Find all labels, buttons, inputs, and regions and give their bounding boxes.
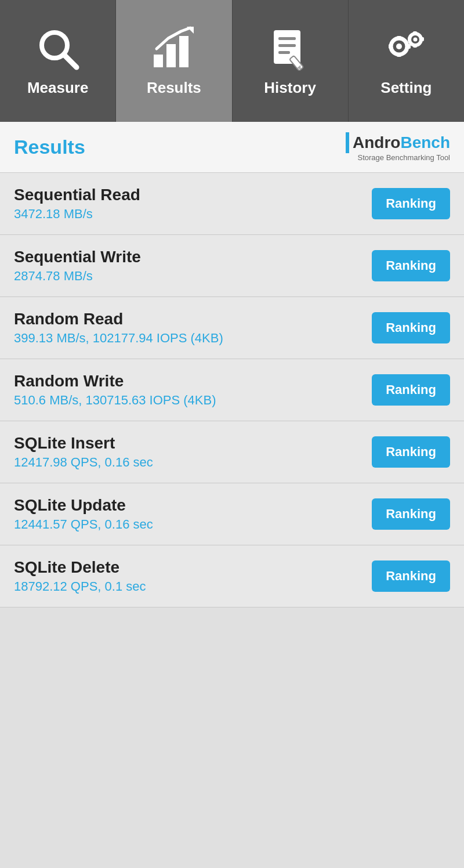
result-info: SQLite Update 12441.57 QPS, 0.16 sec [14, 496, 153, 532]
result-item: Sequential Write 2874.78 MB/s Ranking [0, 235, 464, 297]
result-info: Random Read 399.13 MB/s, 102177.94 IOPS … [14, 310, 223, 346]
svg-rect-22 [408, 37, 411, 41]
result-value: 12441.57 QPS, 0.16 sec [14, 517, 153, 532]
ranking-button[interactable]: Ranking [372, 312, 450, 343]
svg-rect-9 [278, 51, 290, 54]
result-value: 510.6 MB/s, 130715.63 IOPS (4KB) [14, 393, 216, 408]
svg-point-15 [414, 37, 418, 41]
svg-rect-8 [278, 44, 296, 47]
result-item: SQLite Insert 12417.98 QPS, 0.16 sec Ran… [0, 421, 464, 483]
svg-rect-23 [421, 37, 424, 41]
nav-label-setting: Setting [380, 79, 432, 97]
ranking-button[interactable]: Ranking [372, 374, 450, 406]
result-info: Sequential Write 2874.78 MB/s [14, 248, 141, 284]
result-value: 12417.98 QPS, 0.16 sec [14, 455, 153, 470]
page-header: Results AndroBench Storage Benchmarking … [0, 122, 464, 173]
result-value: 2874.78 MB/s [14, 269, 141, 284]
svg-rect-19 [407, 44, 411, 49]
result-info: SQLite Delete 18792.12 QPS, 0.1 sec [14, 558, 146, 594]
result-name: SQLite Delete [14, 558, 146, 577]
svg-point-13 [396, 44, 402, 49]
result-info: Random Write 510.6 MB/s, 130715.63 IOPS … [14, 372, 216, 408]
svg-rect-21 [413, 45, 417, 48]
brand-name: AndroBench [353, 133, 450, 152]
nav-label-results: Results [147, 79, 201, 97]
nav-item-measure[interactable]: Measure [0, 0, 116, 122]
ranking-button[interactable]: Ranking [372, 498, 450, 530]
result-item: Sequential Read 3472.18 MB/s Ranking [0, 173, 464, 235]
svg-rect-3 [166, 44, 176, 67]
result-name: Sequential Read [14, 186, 140, 204]
result-value: 3472.18 MB/s [14, 207, 140, 222]
nav-label-measure: Measure [27, 79, 89, 97]
result-item: Random Write 510.6 MB/s, 130715.63 IOPS … [0, 359, 464, 421]
result-item: SQLite Update 12441.57 QPS, 0.16 sec Ran… [0, 483, 464, 545]
result-name: Sequential Write [14, 248, 141, 266]
ranking-button[interactable]: Ranking [372, 560, 450, 592]
result-value: 399.13 MB/s, 102177.94 IOPS (4KB) [14, 331, 223, 346]
nav-label-history: History [264, 79, 316, 97]
nav-item-setting[interactable]: Setting [349, 0, 464, 122]
results-list: Sequential Read 3472.18 MB/s Ranking Seq… [0, 173, 464, 607]
svg-rect-18 [389, 44, 392, 49]
history-icon [267, 26, 313, 72]
ranking-button[interactable]: Ranking [372, 436, 450, 468]
result-name: SQLite Insert [14, 434, 153, 453]
result-info: Sequential Read 3472.18 MB/s [14, 186, 140, 222]
brand-accent [346, 132, 349, 153]
page-title: Results [14, 136, 85, 158]
brand-logo: AndroBench Storage Benchmarking Tool [346, 132, 450, 162]
result-name: Random Read [14, 310, 223, 328]
result-info: SQLite Insert 12417.98 QPS, 0.16 sec [14, 434, 153, 470]
svg-rect-16 [397, 36, 401, 39]
result-value: 18792.12 QPS, 0.1 sec [14, 579, 146, 594]
measure-icon [35, 26, 81, 72]
nav-item-history[interactable]: History [233, 0, 349, 122]
results-icon [151, 26, 197, 72]
result-name: SQLite Update [14, 496, 153, 515]
svg-line-1 [64, 55, 77, 67]
result-item: Random Read 399.13 MB/s, 102177.94 IOPS … [0, 297, 464, 359]
brand-name-part1: Andro [353, 133, 400, 151]
svg-rect-20 [413, 31, 417, 34]
ranking-button[interactable]: Ranking [372, 188, 450, 219]
svg-rect-17 [397, 53, 401, 57]
nav-bar: Measure Results [0, 0, 464, 122]
svg-rect-4 [179, 36, 188, 67]
nav-item-results[interactable]: Results [116, 0, 232, 122]
svg-rect-7 [278, 37, 296, 40]
result-item: SQLite Delete 18792.12 QPS, 0.1 sec Rank… [0, 545, 464, 607]
brand-name-part2: Bench [400, 133, 450, 151]
brand-subtitle: Storage Benchmarking Tool [358, 153, 450, 162]
ranking-button[interactable]: Ranking [372, 250, 450, 281]
setting-icon [383, 26, 429, 72]
result-name: Random Write [14, 372, 216, 390]
svg-rect-2 [154, 55, 163, 67]
